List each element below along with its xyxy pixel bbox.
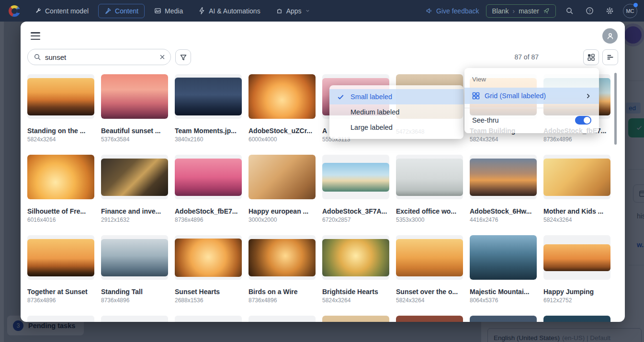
asset-tile[interactable]: Happy european ...3000x2000	[249, 155, 316, 224]
asset-tile[interactable]: Finance and inve...2912x1632	[101, 155, 168, 224]
nav-item-apps[interactable]: Apps	[270, 4, 316, 18]
asset-dimensions: 8736x4896	[175, 217, 242, 223]
search-field	[27, 49, 171, 65]
asset-tile[interactable]	[249, 316, 316, 322]
grid-icon	[472, 92, 480, 100]
asset-tile[interactable]	[322, 316, 389, 322]
asset-name: Mother and Kids ...	[543, 207, 610, 215]
menu-item-large-labeled[interactable]: Large labeled	[329, 120, 463, 135]
clear-search-icon[interactable]	[159, 54, 166, 60]
puzzle-icon	[276, 7, 283, 14]
nav-item-media[interactable]: Media	[148, 4, 189, 18]
environment-name: master	[519, 7, 539, 15]
asset-tile[interactable]: AdobeStock_fbE7...8736x4896	[175, 155, 242, 224]
pen-icon	[104, 7, 112, 14]
space-environment-switcher[interactable]: Blank › master	[486, 4, 556, 18]
asset-tile[interactable]: Mother and Kids ...5824x3264	[543, 155, 610, 224]
asset-thumbnail	[322, 235, 389, 280]
asset-dimensions: 2912x1632	[101, 217, 168, 223]
asset-tile[interactable]: Brightside Hearts5824x3264	[322, 235, 389, 305]
asset-photo	[27, 239, 94, 276]
asset-tile[interactable]: Happy Jumping6912x2752	[543, 235, 610, 305]
breadcrumb-separator: ›	[513, 7, 515, 15]
search-icon	[34, 53, 41, 61]
asset-thumbnail	[249, 235, 316, 280]
funnel-icon	[180, 54, 187, 61]
asset-tile[interactable]: AdobeStock_6Hw...4416x2476	[470, 155, 537, 224]
view-options-button[interactable]	[583, 49, 599, 65]
asset-photo	[27, 78, 94, 115]
asset-tile[interactable]: Sunset Hearts2688x1536	[175, 235, 242, 305]
asset-tile[interactable]	[396, 316, 463, 322]
asset-name: Happy european ...	[249, 207, 316, 215]
asset-tile[interactable]: Team Moments.jp...3840x2160	[175, 74, 242, 144]
asset-thumbnail	[322, 316, 389, 322]
search-input[interactable]	[45, 53, 155, 61]
asset-name: Beautiful sunset ...	[101, 127, 168, 135]
sort-button[interactable]	[602, 49, 618, 65]
asset-photo	[249, 74, 316, 119]
asset-thumbnail	[543, 155, 610, 199]
label-size-submenu: Small labeled Medium labeled Large label…	[329, 85, 463, 139]
menu-item-grid-view[interactable]: Grid (Small labeled)	[464, 88, 599, 104]
asset-tile[interactable]	[543, 316, 610, 322]
settings-gear-icon[interactable]	[603, 4, 616, 18]
asset-thumbnail	[249, 74, 316, 119]
asset-name: Standing Tall	[101, 288, 168, 296]
top-navigation: Content model Content Media AI & Automat…	[0, 0, 644, 22]
give-feedback-button[interactable]: Give feedback	[426, 7, 479, 15]
asset-tile[interactable]: Silhouette of Fre...6016x4016	[27, 155, 94, 224]
asset-photo	[396, 239, 463, 276]
asset-photo	[175, 159, 242, 196]
user-avatar[interactable]: MC	[623, 4, 637, 18]
asset-photo	[470, 235, 537, 280]
nav-item-label: AI & Automations	[209, 7, 260, 15]
scrollbar-thumb[interactable]	[614, 73, 617, 145]
menu-item-small-labeled[interactable]: Small labeled	[329, 89, 463, 104]
asset-name: Happy Jumping	[543, 288, 610, 296]
asset-tile[interactable]: Beautiful sunset ...5376x3584	[101, 74, 168, 144]
wrench-icon	[34, 7, 42, 14]
asset-dimensions: 6000x4000	[249, 136, 316, 143]
asset-thumbnail	[27, 74, 94, 119]
contentful-logo[interactable]	[9, 5, 20, 17]
asset-name: AdobeStock_uZCr...	[249, 127, 316, 135]
global-search-icon[interactable]	[563, 4, 576, 18]
asset-thumbnail	[470, 155, 537, 199]
nav-item-ai-automations[interactable]: AI & Automations	[192, 4, 266, 18]
nav-item-label: Content	[115, 7, 138, 15]
see-thru-toggle[interactable]	[575, 116, 591, 125]
asset-tile[interactable]	[175, 316, 242, 322]
asset-dimensions: 8736x4896	[101, 297, 168, 304]
help-icon[interactable]: ?	[583, 4, 596, 18]
menu-hamburger-button[interactable]	[31, 32, 40, 40]
asset-tile[interactable]: Together at Sunset8736x4896	[27, 235, 94, 305]
asset-thumbnail	[470, 316, 537, 322]
asset-tile[interactable]: Standing on the ...5824x3264	[27, 74, 94, 144]
asset-tile[interactable]: Standing Tall8736x4896	[101, 235, 168, 305]
asset-dimensions: 5824x3264	[27, 136, 94, 143]
view-menu-header: View	[464, 72, 599, 88]
asset-tile[interactable]: AdobeStock_3F7A...6720x2857	[322, 155, 389, 224]
modal-avatar-button[interactable]	[602, 28, 618, 44]
menu-item-medium-labeled[interactable]: Medium labeled	[329, 104, 463, 120]
asset-tile[interactable]	[101, 316, 168, 322]
asset-tile[interactable]: Sunset over the o...5824x3264	[396, 235, 463, 305]
asset-thumbnail	[249, 155, 316, 199]
asset-name: AdobeStock_3F7A...	[322, 207, 389, 215]
nav-item-content[interactable]: Content	[98, 4, 145, 18]
asset-photo	[543, 316, 610, 322]
asset-name: Birds on a Wire	[249, 288, 316, 296]
asset-tile[interactable]	[470, 316, 537, 322]
filter-button[interactable]	[175, 49, 191, 65]
asset-tile[interactable]: AdobeStock_uZCr...6000x4000	[249, 74, 316, 144]
asset-tile[interactable]: Excited office wo...5353x3000	[396, 155, 463, 224]
space-name: Blank	[492, 7, 509, 15]
asset-tile[interactable]	[27, 316, 94, 322]
asset-tile[interactable]: Majestic Mountai...8064x5376	[470, 235, 537, 305]
check-icon	[337, 93, 345, 101]
asset-tile[interactable]: Birds on a Wire8736x4896	[249, 235, 316, 305]
asset-dimensions: 5824x3264	[322, 297, 389, 304]
asset-name: Team Moments.jp...	[175, 127, 242, 135]
nav-item-content-model[interactable]: Content model	[29, 4, 94, 18]
